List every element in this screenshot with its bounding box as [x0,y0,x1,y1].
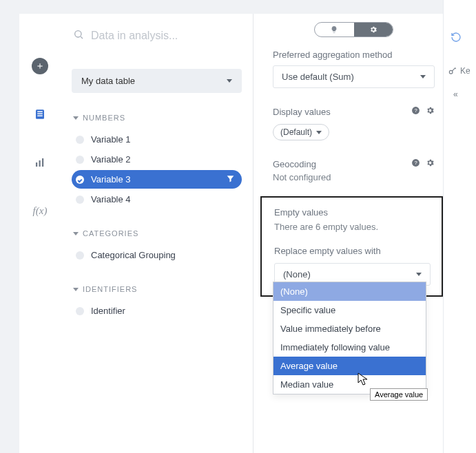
svg-rect-2 [37,112,43,113]
column-label: Identifier [91,306,125,316]
caret-down-icon [316,131,322,134]
chevron-down-icon [73,116,79,120]
type-dot-icon [76,251,84,260]
tooltip: Average value [370,388,428,401]
svg-rect-6 [39,160,41,167]
data-table-select[interactable]: My data table [72,69,242,93]
dropdown-option[interactable]: Immediately following value [273,338,426,357]
display-label: Display values [273,107,331,117]
dropdown-option[interactable]: Value immediately before [273,319,426,338]
svg-rect-4 [37,116,43,117]
empty-values-box: Empty values There are 6 empty values. R… [260,196,443,297]
mode-settings-icon[interactable] [354,23,393,36]
replace-label: Replace empty values with [274,246,431,256]
section-identifiers-header[interactable]: IDENTIFIERS [72,285,242,293]
column-label: Variable 2 [91,154,131,165]
column-label: Variable 1 [91,134,131,145]
column-item[interactable]: Identifier [72,302,242,320]
type-dot-icon [76,307,84,315]
empty-count: There are 6 empty values. [274,222,431,232]
column-label: Variable 3 [91,174,131,185]
svg-rect-5 [36,162,37,167]
add-button[interactable]: ＋ [29,55,51,77]
svg-rect-3 [37,114,43,115]
search-input[interactable] [91,30,240,42]
type-dot-icon [76,196,84,204]
caret-down-icon [420,75,426,78]
column-label: Categorical Grouping [91,250,176,260]
caret-down-icon [416,273,422,276]
filter-icon[interactable] [226,174,235,185]
dropdown-option[interactable]: (None) [273,282,426,301]
section-numbers-label: NUMBERS [83,114,125,122]
svg-text:?: ? [414,160,417,166]
chart-icon[interactable] [29,151,51,173]
section-categories-header[interactable]: CATEGORIES [72,229,242,238]
data-panel-icon[interactable] [29,103,51,125]
collapse-icon[interactable]: « [453,89,458,99]
check-dot-icon [76,176,84,184]
column-item[interactable]: Variable 2 [72,150,242,169]
mode-toggle[interactable] [314,22,393,37]
section-identifiers-label: IDENTIFIERS [83,285,137,293]
type-dot-icon [76,156,84,164]
column-item[interactable]: Categorical Grouping [72,246,242,264]
geocoding-label: Geocoding [273,159,316,169]
aggregation-value: Use default (Sum) [282,72,354,82]
chevron-down-icon [73,232,79,235]
geocoding-value: Not configured [273,172,435,182]
refresh-icon[interactable] [451,32,462,45]
column-item[interactable]: Variable 1 [72,130,242,149]
column-label: Variable 4 [91,194,131,204]
dropdown-option[interactable]: Average value [273,357,426,375]
help-icon[interactable]: ? [411,158,420,169]
svg-point-8 [75,31,81,37]
replace-value: (None) [283,269,311,280]
display-value: (Default) [280,127,312,137]
caret-down-icon [227,79,232,83]
column-item[interactable]: Variable 4 [72,190,242,209]
type-dot-icon [76,136,84,144]
empty-title: Empty values [274,207,431,218]
dropdown-option[interactable]: Specific value [273,301,426,319]
properties-panel: Preferred aggregation method Use default… [253,14,443,453]
svg-text:?: ? [414,107,417,114]
section-numbers-header[interactable]: NUMBERS [72,114,242,122]
chevron-down-icon [73,288,79,291]
mode-idea-icon[interactable] [315,23,354,36]
data-panel: My data table NUMBERS Variable 1 Variabl… [61,14,253,453]
section-categories-label: CATEGORIES [83,229,138,238]
display-value-chip[interactable]: (Default) [273,124,329,140]
key-label: Ke [460,66,470,76]
svg-rect-7 [42,158,43,167]
gear-icon[interactable] [426,106,435,117]
cursor-icon [358,372,369,389]
column-item-selected[interactable]: Variable 3 [72,170,242,189]
gear-icon[interactable] [426,158,435,169]
replace-dropdown: (None) Specific value Value immediately … [273,282,426,394]
data-table-value: My data table [81,76,135,86]
help-icon[interactable]: ? [411,106,420,117]
aggregation-label: Preferred aggregation method [273,50,435,60]
fx-icon[interactable]: f(x) [29,200,51,222]
svg-point-0 [449,70,453,74]
key-icon-row[interactable]: Ke [448,66,470,76]
search-icon [73,29,84,43]
aggregation-select[interactable]: Use default (Sum) [273,65,435,88]
left-rail: ＋ f(x) [19,14,61,453]
